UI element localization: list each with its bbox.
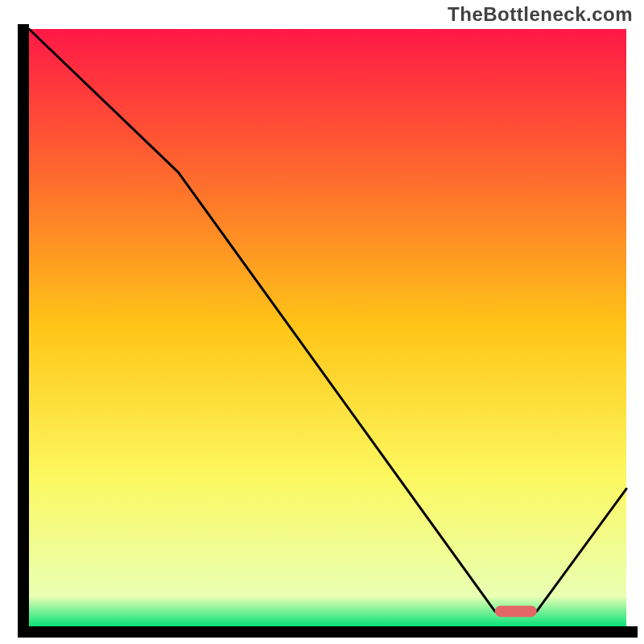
- watermark-text: TheBottleneck.com: [448, 3, 633, 26]
- bottleneck-chart: [0, 0, 644, 644]
- plot-background: [29, 29, 626, 626]
- chart-container: TheBottleneck.com: [0, 0, 644, 644]
- optimum-marker: [495, 605, 537, 617]
